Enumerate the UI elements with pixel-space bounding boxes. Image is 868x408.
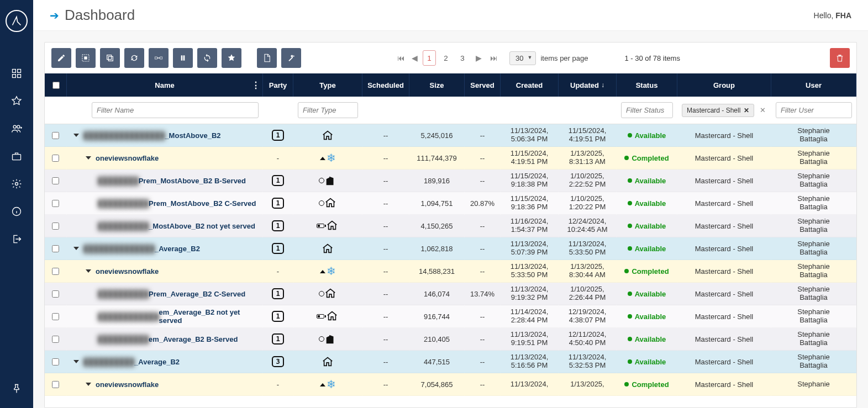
logout-icon[interactable] <box>0 225 33 253</box>
sync-button[interactable] <box>197 48 217 68</box>
table-row[interactable]: ██████████_MostAbove_B2 not yet served1-… <box>45 215 856 237</box>
filter-user-input[interactable] <box>776 102 852 118</box>
pager-page-1[interactable]: 1 <box>423 50 436 66</box>
grid-body[interactable]: ████████████████_MostAbove_B21--5,245,01… <box>45 124 856 407</box>
chip-remove-icon[interactable]: ✕ <box>744 107 749 114</box>
cell-status: Completed <box>617 373 677 396</box>
row-checkbox[interactable] <box>52 313 59 320</box>
cell-group: Mastercard - Shell <box>677 237 771 260</box>
row-checkbox[interactable] <box>52 336 59 343</box>
pin-icon[interactable] <box>0 375 33 402</box>
pause-button[interactable] <box>173 48 193 68</box>
edit-button[interactable] <box>51 48 71 68</box>
expand-toggle-icon[interactable] <box>86 383 91 386</box>
target-house-icon <box>319 287 337 301</box>
table-row[interactable]: oneviewsnowflake-❄--14,588,231--11/13/20… <box>45 260 856 283</box>
star-icon[interactable] <box>0 87 33 115</box>
table-row[interactable]: ██████████Prem_Average_B2 C-Served1--146… <box>45 283 856 305</box>
expand-toggle-icon[interactable] <box>73 360 79 363</box>
row-checkbox[interactable] <box>52 132 59 139</box>
expand-toggle-icon[interactable] <box>73 134 79 137</box>
cell-created: 11/13/2024,5:16:56 PM <box>501 351 559 373</box>
table-row[interactable]: ██████████_Average_B23--447,515--11/13/2… <box>45 351 856 373</box>
pager-page-2[interactable]: 2 <box>439 50 453 66</box>
header-user[interactable]: User <box>771 73 856 97</box>
pager-last[interactable]: ⏭ <box>487 50 498 66</box>
delete-button[interactable] <box>830 48 850 68</box>
svg-rect-14 <box>160 57 162 59</box>
svg-point-7 <box>15 183 18 186</box>
table-row[interactable]: ██████████████_Average_B21--1,062,818--1… <box>45 237 856 260</box>
star-button[interactable] <box>222 48 241 68</box>
table-row[interactable]: ████████Prem_MostAbove_B2 B-Served1--189… <box>45 169 856 192</box>
row-checkbox[interactable] <box>52 177 59 184</box>
snowflake-upload-icon: ❄ <box>320 266 336 277</box>
header-party[interactable]: Party <box>263 73 293 97</box>
greeting: Hello, FHA <box>814 11 851 20</box>
copy-button[interactable] <box>100 48 120 68</box>
cell-status: Completed <box>617 260 677 283</box>
select-all-checkbox[interactable] <box>52 82 60 89</box>
cell-user: StephanieBattaglia <box>771 305 856 328</box>
cell-served: 20.87% <box>465 192 501 215</box>
cell-type <box>293 192 362 215</box>
table-row[interactable]: oneviewsnowflake-❄--7,054,865--11/13/202… <box>45 373 856 396</box>
table-row[interactable]: ██████████em_Average_B2 B-Served1--210,4… <box>45 328 856 351</box>
table-row[interactable]: oneviewsnowflake-❄--111,744,379--11/15/2… <box>45 147 856 169</box>
expand-toggle-icon[interactable] <box>86 156 91 160</box>
cell-size: 146,074 <box>409 283 465 305</box>
filter-type-input[interactable] <box>298 102 358 118</box>
info-icon[interactable] <box>0 198 33 225</box>
page-size: 30 items per page <box>509 51 588 65</box>
page-size-select[interactable]: 30 <box>509 51 536 65</box>
expand-toggle-icon[interactable] <box>86 269 91 273</box>
pager-next[interactable]: ▶ <box>472 50 483 66</box>
group-filter-chip[interactable]: Mastercard - Shell✕ <box>682 104 754 117</box>
header-scheduled[interactable]: Scheduled <box>362 73 409 97</box>
table-row[interactable]: ████████████em_Average_B2 not yet served… <box>45 305 856 328</box>
pager-first[interactable]: ⏮ <box>394 50 405 66</box>
cell-type <box>293 283 362 305</box>
column-menu-icon[interactable]: ⋮ <box>251 80 260 91</box>
row-checkbox[interactable] <box>52 381 59 388</box>
row-checkbox[interactable] <box>52 155 59 162</box>
header-status[interactable]: Status <box>617 73 677 97</box>
filter-status-input[interactable] <box>621 102 673 118</box>
row-checkbox[interactable] <box>52 200 59 207</box>
dashboard-icon[interactable] <box>0 60 33 87</box>
row-name: em_Average_B2 not yet served <box>159 308 259 325</box>
cell-size: 111,744,379 <box>409 147 465 169</box>
header-created[interactable]: Created <box>501 73 559 97</box>
wand-button[interactable] <box>281 48 301 68</box>
row-checkbox[interactable] <box>52 268 59 275</box>
row-checkbox[interactable] <box>52 222 59 230</box>
cell-scheduled: -- <box>362 328 409 351</box>
row-checkbox[interactable] <box>52 290 59 298</box>
brand-logo <box>6 10 28 32</box>
header-size[interactable]: Size <box>409 73 465 97</box>
filter-name-input[interactable] <box>92 102 259 118</box>
briefcase-icon[interactable] <box>0 142 33 170</box>
row-checkbox[interactable] <box>52 245 59 252</box>
refresh-button[interactable] <box>124 48 144 68</box>
merge-button[interactable] <box>149 48 169 68</box>
pager-prev[interactable]: ◀ <box>408 50 419 66</box>
export-pdf-button[interactable] <box>257 48 277 68</box>
row-name: oneviewsnowflake <box>96 154 159 162</box>
header-type[interactable]: Type <box>293 73 362 97</box>
clear-group-filter-icon[interactable]: ✕ <box>760 106 766 114</box>
table-row[interactable]: ████████████████_MostAbove_B21--5,245,01… <box>45 124 856 147</box>
group-button[interactable] <box>76 48 96 68</box>
users-icon[interactable] <box>0 115 33 142</box>
expand-toggle-icon[interactable] <box>73 247 79 250</box>
pager-page-3[interactable]: 3 <box>456 50 469 66</box>
table-row[interactable]: ██████████Prem_MostAbove_B2 C-Served1--1… <box>45 192 856 215</box>
grid-card: ⏮ ◀ 1 2 3 ▶ ⏭ 30 items per page 1 - 30 o… <box>44 42 857 408</box>
party-badge: 1 <box>272 198 284 209</box>
header-group[interactable]: Group <box>677 73 771 97</box>
header-updated[interactable]: Updated↓ <box>559 73 617 97</box>
gear-icon[interactable] <box>0 170 33 198</box>
cell-scheduled: -- <box>362 192 409 215</box>
header-served[interactable]: Served <box>465 73 501 97</box>
row-checkbox[interactable] <box>52 358 59 365</box>
